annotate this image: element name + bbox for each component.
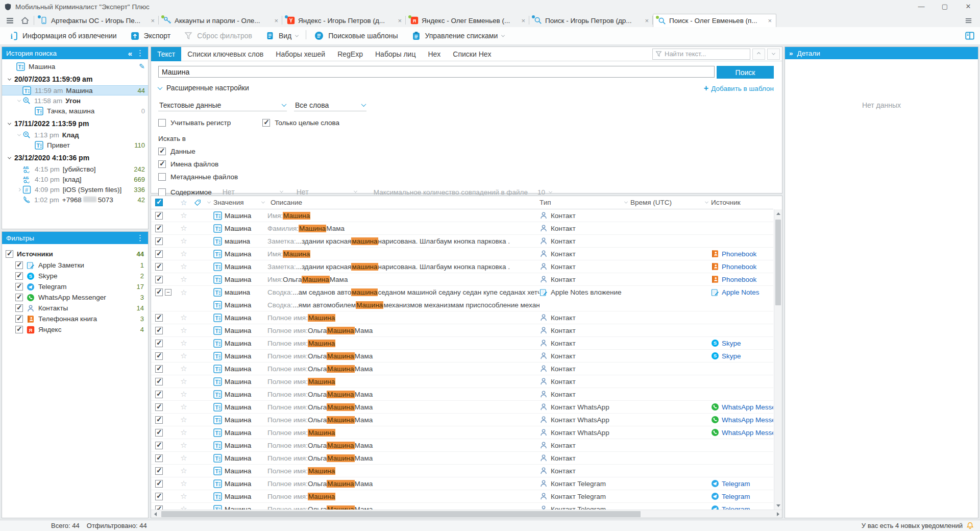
search-tab-наборы-хешей[interactable]: Наборы хешей — [270, 47, 331, 61]
option-checkbox[interactable] — [158, 173, 166, 181]
tag-column-icon[interactable] — [194, 199, 201, 206]
expand-chevron-icon[interactable] — [8, 121, 11, 125]
row-source-link[interactable]: Phonebook — [722, 276, 756, 283]
table-row[interactable]: ☆TМашинаПолное имя: Ольга Машина МамаКон… — [151, 503, 773, 510]
search-tab-наборы-лиц[interactable]: Наборы лиц — [369, 47, 422, 61]
row-checkbox[interactable] — [155, 340, 163, 347]
tab-close-icon[interactable]: × — [520, 17, 527, 25]
collapse-chevron-icon[interactable] — [17, 187, 20, 191]
row-source-link[interactable]: WhatsApp Messenger — [722, 429, 773, 437]
star-icon[interactable]: ☆ — [180, 492, 187, 501]
home-icon[interactable] — [17, 14, 33, 27]
layout-columns-icon[interactable] — [965, 31, 975, 41]
history-item[interactable]: 1:13 pmКлад — [2, 130, 148, 140]
table-row[interactable]: −☆TмашинаСводка: ...ам седанов авто маши… — [151, 286, 773, 299]
search-tab-списки-hex[interactable]: Списки Hex — [447, 47, 497, 61]
star-icon[interactable]: ☆ — [180, 441, 187, 450]
star-icon[interactable]: ☆ — [180, 224, 187, 233]
scroll-left-icon[interactable] — [151, 510, 159, 518]
star-icon[interactable]: ☆ — [180, 466, 187, 475]
row-source-link[interactable]: Apple Notes — [722, 288, 760, 296]
vertical-scroll-thumb[interactable] — [775, 220, 781, 305]
star-icon[interactable]: ☆ — [180, 211, 187, 220]
row-checkbox[interactable] — [155, 480, 163, 488]
history-date-group[interactable]: 23/12/2020 4:10:36 pm — [2, 152, 148, 164]
vertical-scrollbar[interactable] — [774, 209, 782, 510]
table-row[interactable]: ☆TМашинаПолное имя: Ольга Машина МамаКон… — [151, 414, 773, 426]
filter-item[interactable]: WhatsApp Messenger3 — [2, 292, 148, 303]
toggle-checkbox[interactable] — [262, 119, 270, 127]
view-button[interactable]: Вид — [259, 27, 305, 44]
source-column-header[interactable]: Источник — [711, 199, 741, 206]
row-checkbox[interactable] — [155, 314, 163, 322]
filter-checkbox[interactable] — [15, 294, 23, 301]
column-filter-icon[interactable] — [624, 200, 628, 204]
menu-hamburger-icon[interactable] — [2, 14, 17, 27]
table-row[interactable]: ☆TМашинаПолное имя: Ольга Машина МамаКон… — [151, 388, 773, 401]
row-checkbox[interactable] — [155, 365, 163, 373]
star-icon[interactable]: ☆ — [180, 249, 187, 258]
row-checkbox[interactable] — [155, 237, 163, 245]
history-item[interactable]: #4:09 pm[iOS (System files)]336 — [2, 184, 148, 195]
table-row[interactable]: ☆TМашинаПолное имя: МашинаКонтакт — [151, 465, 773, 477]
row-source-link[interactable]: Phonebook — [722, 263, 756, 271]
filters-menu-icon[interactable]: ⋮ — [136, 233, 144, 243]
row-source-link[interactable]: Telegram — [722, 505, 750, 510]
row-checkbox[interactable] — [155, 250, 163, 258]
star-icon[interactable]: ☆ — [180, 326, 187, 335]
row-checkbox[interactable] — [155, 276, 163, 283]
table-row[interactable]: ☆TМашинаПолное имя: Ольга Машина МамаКон… — [151, 363, 773, 375]
history-item[interactable]: T11:59 amМашина44 — [2, 85, 148, 95]
star-icon[interactable]: ☆ — [180, 479, 187, 488]
option-checkbox[interactable] — [158, 148, 166, 155]
search-templates-button[interactable]: Поисковые шаблоны — [307, 27, 404, 44]
row-checkbox[interactable] — [155, 505, 163, 510]
filter-item[interactable]: Apple Заметки1 — [2, 260, 148, 271]
filter-checkbox[interactable] — [15, 283, 23, 291]
type-column-header[interactable]: Тип — [540, 199, 551, 206]
app-tab[interactable]: Аккаунты и пароли - Оле...× — [159, 14, 282, 27]
row-checkbox[interactable] — [155, 263, 163, 271]
filter-checkbox[interactable] — [15, 272, 23, 280]
expand-chevron-icon[interactable] — [17, 98, 20, 102]
filter-item[interactable]: Телефонная книга3 — [2, 313, 148, 324]
table-row[interactable]: ☆TМашинаИмя: МашинаКонтакт — [151, 209, 773, 222]
filter-item[interactable]: Контакты14 — [2, 303, 148, 313]
expand-chevron-icon[interactable] — [17, 132, 20, 136]
filter-checkbox[interactable] — [15, 304, 23, 312]
dropdown-chevron-icon[interactable] — [295, 33, 299, 37]
search-tab-текст[interactable]: Текст — [151, 47, 181, 61]
star-icon[interactable]: ☆ — [180, 288, 187, 297]
app-tab[interactable]: Поиск - Олег Евменьев (п...× — [653, 14, 776, 27]
expand-panel-icon[interactable]: » — [789, 50, 793, 57]
filter-checkbox[interactable] — [15, 326, 23, 333]
tab-list-icon[interactable] — [961, 14, 976, 27]
row-checkbox[interactable] — [155, 391, 163, 398]
find-text-input[interactable] — [665, 50, 741, 58]
find-prev-button[interactable] — [752, 49, 765, 60]
row-checkbox[interactable] — [155, 225, 163, 232]
option-checkbox[interactable] — [158, 160, 166, 168]
table-row[interactable]: ☆TМашинаПолное имя: МашинаКонтакт — [151, 311, 773, 324]
collapse-panel-icon[interactable]: « — [128, 49, 132, 58]
star-column-icon[interactable]: ☆ — [180, 198, 187, 207]
collapse-group-box[interactable]: − — [165, 289, 172, 296]
table-row[interactable]: ☆TМашинаИмя: Ольга Машина МамаКонтактPho… — [151, 273, 773, 286]
row-checkbox[interactable] — [155, 416, 163, 424]
star-icon[interactable]: ☆ — [180, 453, 187, 463]
close-button[interactable]: ✕ — [957, 0, 980, 13]
filter-checkbox[interactable] — [15, 261, 23, 269]
star-icon[interactable]: ☆ — [180, 275, 187, 284]
extraction-info-button[interactable]: iИнформация об извлечении — [2, 27, 124, 44]
tab-close-icon[interactable]: × — [766, 17, 773, 25]
table-row[interactable]: ☆TМашинаЗаметка: ...здании красная машин… — [151, 260, 773, 273]
horizontal-scroll-thumb[interactable] — [161, 511, 641, 517]
option-checkbox[interactable] — [158, 188, 166, 196]
tab-close-icon[interactable]: × — [643, 17, 650, 25]
row-source-link[interactable]: Skype — [722, 352, 741, 360]
app-tab[interactable]: ЯЯндекс - Олег Евменьев (...× — [406, 14, 529, 27]
history-date-group[interactable]: 17/11/2022 1:13:59 pm — [2, 117, 148, 130]
star-icon[interactable]: ☆ — [180, 402, 187, 412]
table-row[interactable]: ☆TМашинаПолное имя: МашинаКонтактSSkype — [151, 337, 773, 350]
row-checkbox[interactable] — [155, 454, 163, 462]
